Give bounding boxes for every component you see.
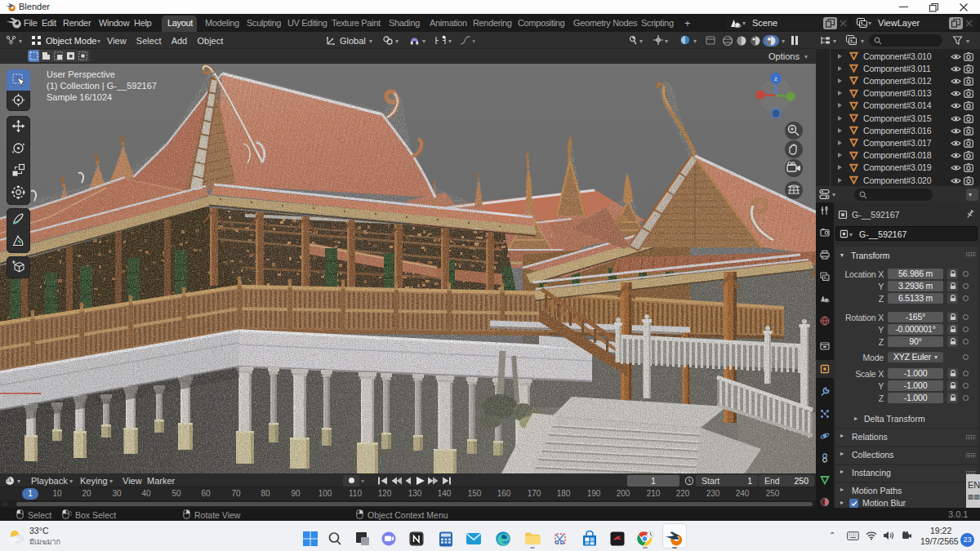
svg-text:z: z	[774, 75, 777, 82]
